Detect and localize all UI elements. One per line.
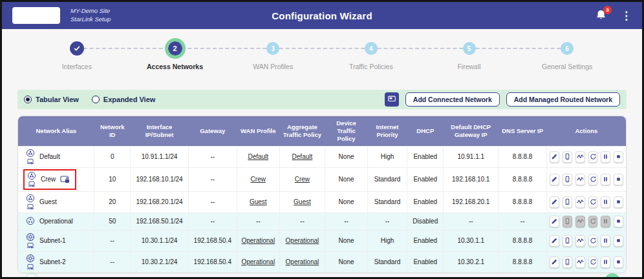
- network-id-cell: 10: [94, 167, 131, 191]
- activity-button[interactable]: [575, 196, 585, 208]
- activity-icon: [577, 258, 584, 265]
- aggregate-traffic-policy-link[interactable]: Operational: [286, 237, 319, 244]
- device-button[interactable]: [563, 235, 572, 247]
- step-access-networks[interactable]: 2Access Networks: [126, 38, 224, 86]
- default-dhcp-gateway-ip-cell: 192.168.20.1: [444, 191, 499, 212]
- forward-arrow-icon: [608, 276, 617, 279]
- wan-profile-link[interactable]: Guest: [250, 198, 267, 205]
- refresh-button[interactable]: [588, 256, 598, 268]
- device-button[interactable]: [563, 151, 572, 163]
- dns-server-ip-cell: 8.8.8.8: [499, 230, 547, 251]
- wan-profile-link[interactable]: Default: [248, 153, 268, 160]
- refresh-button[interactable]: [588, 174, 598, 185]
- add-connected-network-button[interactable]: Add Connected Network: [405, 92, 500, 107]
- stop-button[interactable]: [614, 235, 623, 247]
- edit-icon: [551, 258, 558, 265]
- step-interfaces[interactable]: Interfaces: [28, 38, 126, 86]
- column-header-dns-server-ip: DNS Server IP: [499, 116, 547, 146]
- activity-button[interactable]: [575, 256, 585, 268]
- network-alias-label: Default: [39, 153, 60, 160]
- previous-step-button[interactable]: [24, 273, 39, 279]
- wan-profile-cell: Guest: [237, 191, 279, 212]
- aggregate-traffic-policy-link[interactable]: Operational: [286, 258, 319, 265]
- actions-cell: [547, 146, 626, 167]
- wan-profile-link[interactable]: Crew: [251, 176, 266, 183]
- step-firewall[interactable]: 5Firewall: [420, 38, 519, 86]
- default-dhcp-gateway-ip-cell: --: [444, 212, 499, 230]
- device-button[interactable]: [563, 196, 572, 208]
- actions-cell: [547, 191, 626, 212]
- pause-button[interactable]: [601, 256, 610, 268]
- activity-icon: [577, 153, 584, 160]
- notifications-button[interactable]: 3: [595, 9, 608, 22]
- edit-button[interactable]: [550, 151, 559, 163]
- aggregate-traffic-policy-link[interactable]: Crew: [295, 176, 310, 183]
- refresh-button[interactable]: [588, 196, 598, 208]
- column-header-wan-profile: WAN Profile: [237, 116, 279, 146]
- network-client-icon: [26, 194, 35, 211]
- app-header: MY-Demo Site StarLink Setup Configuratio…: [2, 2, 642, 29]
- gateway-cell: --: [188, 167, 237, 191]
- pause-button[interactable]: [601, 196, 610, 208]
- radio-expanded-view[interactable]: Expanded View: [92, 96, 156, 103]
- step-general-settings[interactable]: 6General Settings: [518, 38, 616, 86]
- pause-button[interactable]: [601, 235, 610, 247]
- refresh-icon: [590, 153, 597, 160]
- device-button[interactable]: [563, 256, 572, 268]
- radio-button-icon[interactable]: [24, 96, 32, 103]
- wan-profile-cell: --: [237, 212, 279, 230]
- radio-label: Tabular View: [36, 96, 79, 103]
- network-alias-label: Subnet-1: [39, 237, 66, 244]
- interface-ip-subnet-cell: 192.168.10.1/24: [131, 167, 188, 191]
- display-view-button[interactable]: [385, 92, 399, 107]
- stop-button[interactable]: [614, 196, 623, 208]
- stop-button[interactable]: [614, 256, 623, 268]
- alias-cell: Crew: [18, 167, 94, 191]
- wan-profile-link[interactable]: Operational: [241, 237, 275, 244]
- stop-button[interactable]: [614, 174, 623, 185]
- pause-button[interactable]: [601, 174, 610, 185]
- edit-icon: [551, 237, 558, 244]
- device-button[interactable]: [563, 174, 572, 185]
- stop-icon: [615, 258, 622, 265]
- column-header-actions: Actions: [547, 116, 626, 146]
- site-info: MY-Demo Site StarLink Setup: [70, 7, 111, 24]
- view-mode-radios: Tabular ViewExpanded View: [24, 96, 155, 103]
- refresh-button[interactable]: [588, 235, 598, 247]
- edit-button[interactable]: [550, 196, 559, 208]
- refresh-icon: [590, 258, 597, 265]
- stop-button[interactable]: [614, 216, 623, 227]
- next-step-button[interactable]: [605, 273, 620, 279]
- activity-button[interactable]: [575, 235, 585, 247]
- pause-icon: [602, 237, 609, 244]
- activity-button[interactable]: [575, 174, 585, 185]
- aggregate-traffic-policy-link[interactable]: Default: [292, 153, 313, 160]
- column-header-network-alias: Network Alias: [18, 116, 94, 146]
- stop-button[interactable]: [614, 151, 623, 163]
- edit-button[interactable]: [550, 256, 559, 268]
- add-managed-routed-network-button[interactable]: Add Managed Routed Network: [506, 92, 620, 107]
- refresh-button[interactable]: [588, 151, 598, 163]
- default-dhcp-gateway-ip-cell: 10.30.2.1: [444, 251, 499, 273]
- edit-button[interactable]: [550, 235, 559, 247]
- dns-server-ip-cell: 8.8.8.8: [499, 191, 547, 212]
- highlight-box: Crew: [23, 169, 76, 190]
- edit-button[interactable]: [550, 216, 559, 227]
- back-arrow-icon: [28, 276, 36, 279]
- aggregate-traffic-policy-link[interactable]: Guest: [294, 198, 311, 205]
- aggregate-traffic-policy-cell: Operational: [279, 251, 325, 273]
- internet-priority-cell: Standard: [367, 191, 407, 212]
- step-traffic-policies[interactable]: 4Traffic Policies: [322, 38, 420, 86]
- pause-button[interactable]: [601, 151, 610, 163]
- kebab-menu-button[interactable]: ⋮: [621, 10, 632, 21]
- refresh-icon: [590, 198, 597, 205]
- edit-button[interactable]: [550, 174, 559, 185]
- locked-network-icon: [60, 175, 70, 183]
- step-wan-profiles[interactable]: 3WAN Profiles: [224, 38, 322, 86]
- activity-button[interactable]: [575, 151, 585, 163]
- wan-profile-link[interactable]: Operational: [241, 258, 275, 265]
- radio-button-icon[interactable]: [92, 96, 100, 103]
- activity-button: [575, 216, 585, 227]
- table-row-operational: Operational50192.168.50.1/24----------Di…: [18, 212, 626, 230]
- radio-tabular-view[interactable]: Tabular View: [24, 96, 79, 103]
